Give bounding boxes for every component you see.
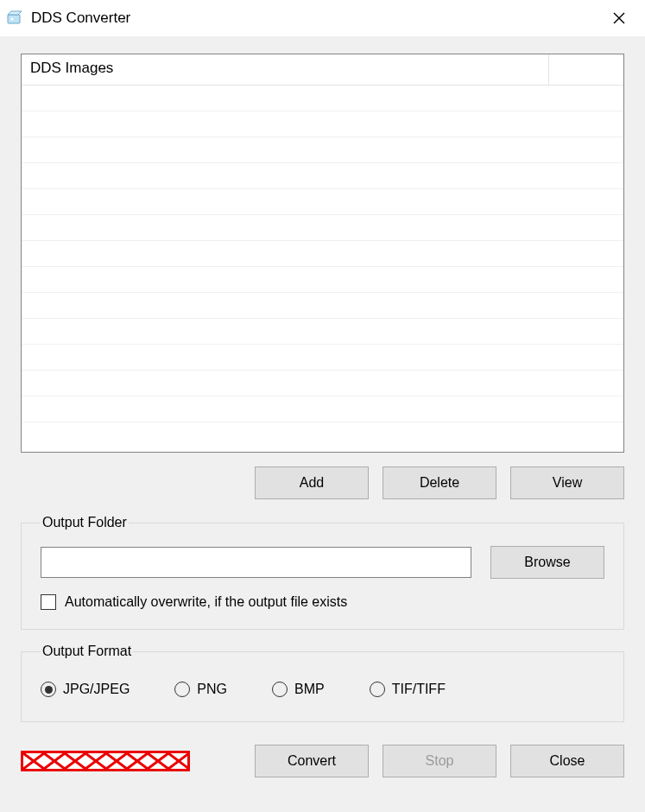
listview-row — [22, 86, 623, 111]
output-format-group: Output Format JPG/JPEG PNG BMP TIF/TIFF — [21, 644, 624, 722]
progress-bar — [21, 751, 190, 771]
output-folder-row: Browse — [41, 546, 604, 579]
close-icon — [613, 12, 625, 24]
listview-row — [22, 319, 623, 345]
convert-button[interactable]: Convert — [255, 745, 369, 777]
close-window-button[interactable] — [600, 4, 638, 32]
window-title: DDS Converter — [31, 10, 600, 27]
radio-icon — [41, 682, 56, 697]
listview-row — [22, 111, 623, 137]
close-button[interactable]: Close — [510, 745, 624, 777]
radio-icon — [272, 682, 288, 697]
listview-row — [22, 189, 623, 215]
radio-label: JPG/JPEG — [63, 682, 130, 697]
radio-icon — [174, 682, 190, 697]
radio-icon — [370, 682, 385, 697]
app-icon — [5, 9, 24, 28]
radio-label: BMP — [294, 682, 325, 697]
radio-tif[interactable]: TIF/TIFF — [370, 682, 446, 697]
browse-button[interactable]: Browse — [490, 546, 604, 579]
delete-button[interactable]: Delete — [383, 466, 496, 499]
overwrite-label: Automatically overwrite, if the output f… — [65, 594, 347, 610]
client-area: DDS Images Add Delete View Output Folder… — [0, 36, 645, 812]
listview-column-spacer — [549, 54, 623, 85]
output-folder-legend: Output Folder — [41, 515, 129, 530]
listview-row — [22, 293, 623, 319]
overwrite-checkbox[interactable] — [41, 594, 56, 610]
output-folder-group: Output Folder Browse Automatically overw… — [21, 515, 624, 630]
radio-bmp[interactable]: BMP — [272, 682, 325, 697]
overwrite-row: Automatically overwrite, if the output f… — [41, 594, 604, 610]
format-radios: JPG/JPEG PNG BMP TIF/TIFF — [41, 675, 604, 702]
radio-label: TIF/TIFF — [392, 682, 446, 697]
svg-point-1 — [11, 18, 14, 21]
radio-png[interactable]: PNG — [174, 682, 227, 697]
listview-header: DDS Images — [22, 54, 623, 86]
bottom-buttons: Convert Stop Close — [255, 745, 624, 777]
view-button[interactable]: View — [510, 466, 624, 499]
listview-row — [22, 267, 623, 293]
stop-button[interactable]: Stop — [383, 745, 496, 777]
listview-row — [22, 371, 623, 396]
output-format-legend: Output Format — [41, 644, 133, 659]
listview-row — [22, 345, 623, 371]
radio-label: PNG — [197, 682, 227, 697]
titlebar: DDS Converter — [0, 0, 645, 36]
list-buttons-row: Add Delete View — [21, 466, 624, 499]
listview-row — [22, 215, 623, 241]
bottom-row: Convert Stop Close — [21, 745, 624, 777]
add-button[interactable]: Add — [255, 466, 369, 499]
radio-jpg[interactable]: JPG/JPEG — [41, 682, 130, 697]
listview-row — [22, 241, 623, 267]
images-listview[interactable]: DDS Images — [21, 54, 624, 453]
listview-row — [22, 137, 623, 163]
listview-row — [22, 396, 623, 422]
listview-row — [22, 163, 623, 189]
output-folder-input[interactable] — [41, 547, 471, 578]
svg-rect-0 — [8, 15, 20, 23]
listview-column-header[interactable]: DDS Images — [22, 54, 549, 85]
